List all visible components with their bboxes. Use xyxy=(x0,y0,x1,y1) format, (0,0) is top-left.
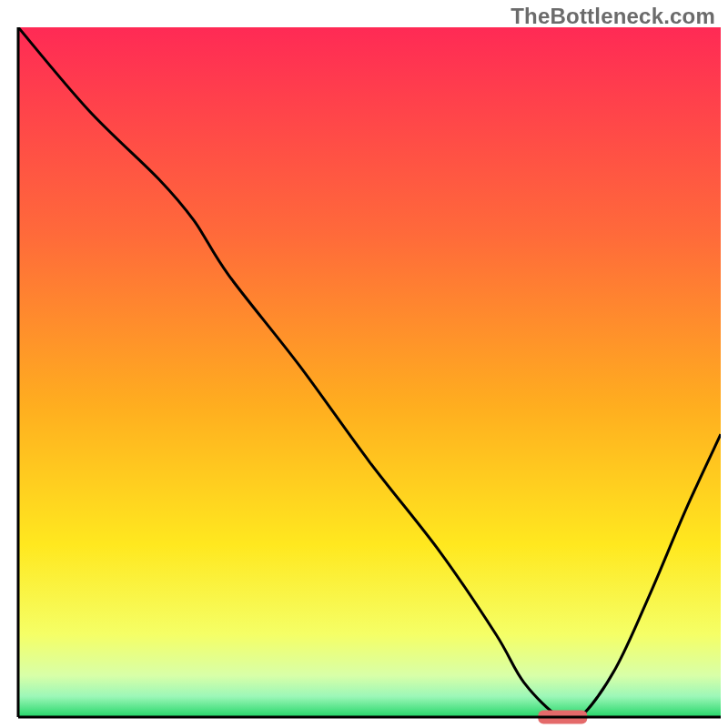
gradient-background xyxy=(18,27,721,717)
chart-container: TheBottleneck.com xyxy=(0,0,728,728)
watermark-text: TheBottleneck.com xyxy=(511,4,715,29)
chart-svg xyxy=(0,0,728,728)
